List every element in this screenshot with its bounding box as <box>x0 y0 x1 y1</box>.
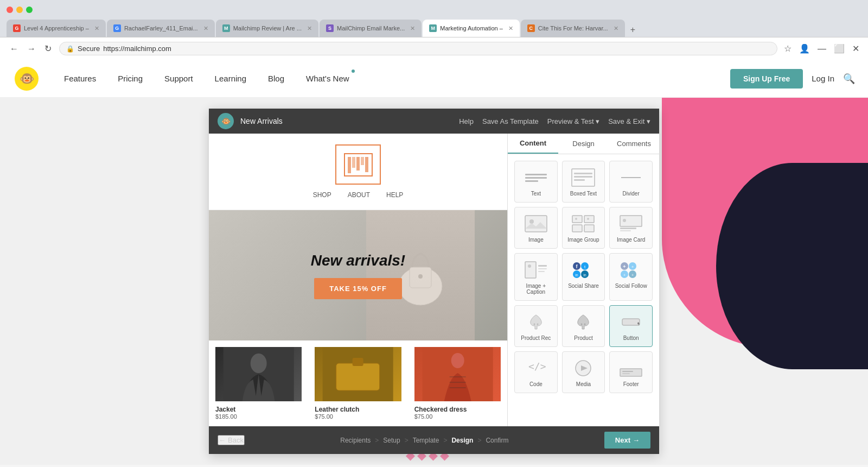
mailchimp-nav: 🐵 Features Pricing Support Learning Blog… <box>0 60 868 98</box>
nav-learning[interactable]: Learning <box>204 60 257 98</box>
tab-content[interactable]: Content <box>508 134 558 154</box>
editor-topbar-actions: Help Save As Template Preview & Test ▾ S… <box>459 117 650 125</box>
svg-rect-7 <box>365 157 368 172</box>
block-button-label: Button <box>623 335 639 341</box>
email-editor: 🐵 New Arrivals Help Save As Template Pre… <box>209 109 659 454</box>
svg-rect-22 <box>574 173 592 174</box>
step-confirm: Confirm <box>481 437 513 444</box>
block-image[interactable]: Image <box>514 207 558 249</box>
hero-headline: New arrivals! <box>311 252 405 269</box>
block-image-card[interactable]: Image Card <box>609 207 653 249</box>
block-social-follow[interactable]: + + + + Social Follow <box>609 253 653 301</box>
tab-close-1[interactable]: ✕ <box>94 25 99 32</box>
product-dress: Checkered dress $75.00 <box>408 340 507 426</box>
block-code[interactable]: </> Code <box>514 351 558 393</box>
mailchimp-logo[interactable]: 🐵 <box>13 65 40 92</box>
product-dress-name: Checkered dress <box>414 406 501 413</box>
product-clutch-name: Leather clutch <box>315 406 401 413</box>
block-media[interactable]: Media <box>562 351 605 393</box>
help-button[interactable]: Help <box>459 117 474 125</box>
product-dress-image <box>414 347 501 401</box>
new-tab-button[interactable]: + <box>626 23 640 37</box>
back-button[interactable]: ← Back <box>218 435 245 445</box>
nav-support[interactable]: Support <box>154 60 204 98</box>
nav-whats-new[interactable]: What's New <box>295 60 360 98</box>
svg-point-33 <box>587 218 589 220</box>
svg-text:+: + <box>623 264 626 269</box>
editor-right-panel: Content Design Comments <box>507 134 659 426</box>
tab-design[interactable]: Design <box>558 134 609 154</box>
tab-close-5[interactable]: ✕ <box>508 25 513 32</box>
svg-point-27 <box>529 219 534 224</box>
browser-tab-3[interactable]: M Mailchimp Review | Are ... ✕ <box>216 20 318 37</box>
block-social-share[interactable]: f t in in Social Share <box>562 253 605 301</box>
step-design: Design <box>447 437 477 444</box>
browser-tab-1[interactable]: G Level 4 Apprenticeship – ✕ <box>7 20 106 37</box>
svg-rect-63 <box>622 319 640 325</box>
block-boxed-text[interactable]: Boxed Text <box>562 161 605 203</box>
refresh-button[interactable]: ↻ <box>41 41 55 56</box>
svg-rect-68 <box>622 371 633 372</box>
browser-tabs: G Level 4 Apprenticeship – ✕ G RachaelFa… <box>0 20 868 37</box>
svg-text:+: + <box>631 264 634 269</box>
editor-body: SHOP ABOUT HELP <box>209 134 659 426</box>
boxed-text-block-icon <box>570 167 597 188</box>
block-social-share-label: Social Share <box>568 283 599 289</box>
browser-tab-4[interactable]: S MailChimp Email Marke... ✕ <box>320 20 422 37</box>
svg-rect-4 <box>352 157 355 168</box>
save-template-button[interactable]: Save As Template <box>482 117 539 125</box>
svg-point-10 <box>418 274 423 279</box>
image-card-block-icon <box>617 213 644 235</box>
svg-point-37 <box>623 219 626 222</box>
step-setup: Setup <box>379 437 404 444</box>
svg-rect-28 <box>572 216 582 223</box>
minimize-icon[interactable]: — <box>815 42 828 56</box>
profile-icon[interactable]: 👤 <box>797 41 812 56</box>
svg-rect-5 <box>356 157 360 171</box>
tab-close-2[interactable]: ✕ <box>203 25 208 32</box>
product-dress-price: $75.00 <box>414 413 501 420</box>
tab-close-3[interactable]: ✕ <box>307 25 312 32</box>
search-icon[interactable]: 🔍 <box>843 73 855 85</box>
bookmark-icon[interactable]: ☆ <box>782 41 794 56</box>
preview-test-button[interactable]: Preview & Test ▾ <box>547 117 599 125</box>
browser-tab-5[interactable]: M Marketing Automation – ✕ <box>423 20 520 37</box>
block-product-rec[interactable]: Product Rec <box>514 305 558 347</box>
product-jacket-image <box>215 347 302 401</box>
block-text[interactable]: Text <box>514 161 558 203</box>
address-bar[interactable]: 🔒 Secure https://mailchimp.com <box>59 42 777 55</box>
browser-tab-2[interactable]: G RachaelFarley_411_Emai... ✕ <box>107 20 215 37</box>
browser-tab-6[interactable]: C Cite This For Me: Harvar... ✕ <box>521 20 625 37</box>
email-logo <box>335 144 381 185</box>
login-link[interactable]: Log In <box>812 74 834 83</box>
block-image-group[interactable]: Image Group <box>562 207 605 249</box>
block-product[interactable]: Product <box>562 305 605 347</box>
block-button[interactable]: Button <box>609 305 653 347</box>
nav-pricing[interactable]: Pricing <box>107 60 154 98</box>
svg-rect-38 <box>525 262 536 278</box>
save-exit-button[interactable]: Save & Exit ▾ <box>608 117 650 125</box>
nav-blog[interactable]: Blog <box>257 60 295 98</box>
product-block-icon <box>570 311 597 333</box>
back-nav-button[interactable]: ← <box>7 41 22 56</box>
product-jacket: Jacket $185.00 <box>209 340 308 426</box>
social-share-block-icon: f t in in <box>570 259 597 281</box>
nav-features[interactable]: Features <box>53 60 107 98</box>
block-divider[interactable]: Divider <box>609 161 653 203</box>
tab-comments[interactable]: Comments <box>609 134 659 154</box>
signup-button[interactable]: Sign Up Free <box>730 69 803 89</box>
image-caption-block-icon <box>522 259 550 281</box>
block-footer[interactable]: Footer <box>609 351 653 393</box>
forward-nav-button[interactable]: → <box>24 41 39 56</box>
tab-close-6[interactable]: ✕ <box>614 25 618 32</box>
email-nav-links: SHOP ABOUT HELP <box>220 191 496 199</box>
hero-cta-button[interactable]: TAKE 15% OFF <box>314 278 402 299</box>
step-arrow-4: > <box>477 437 481 444</box>
svg-rect-69 <box>622 373 630 374</box>
block-image-caption[interactable]: Image + Caption <box>514 253 558 301</box>
product-clutch-price: $75.00 <box>315 413 401 420</box>
close-window-icon[interactable]: ✕ <box>850 41 861 56</box>
maximize-icon[interactable]: ⬜ <box>832 41 847 56</box>
tab-close-4[interactable]: ✕ <box>410 25 415 32</box>
next-button[interactable]: Next → <box>604 432 650 449</box>
